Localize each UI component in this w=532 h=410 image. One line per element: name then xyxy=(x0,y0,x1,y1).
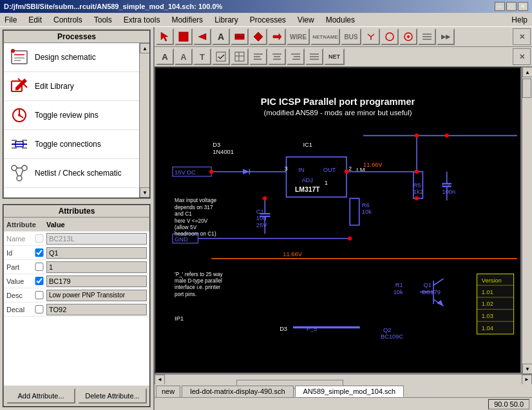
tool-close-toolbar2[interactable]: ✕ xyxy=(513,48,531,65)
tool-align-justify[interactable] xyxy=(305,48,323,65)
add-attribute-button[interactable]: Add Attribute... xyxy=(6,388,75,404)
close-button[interactable]: ✕ xyxy=(518,2,528,11)
tool-junction[interactable] xyxy=(362,28,380,45)
attr-value-part[interactable] xyxy=(46,261,147,273)
right-panel: A WIRE NETNAME BUS xyxy=(155,27,532,410)
d3-bot-label: D3 xyxy=(280,326,287,332)
attr-value-name[interactable] xyxy=(46,233,147,245)
edit-library-label: Edit Library xyxy=(35,82,74,91)
note-port: port pins. xyxy=(175,291,196,297)
attributes-title: Attributes xyxy=(4,205,149,218)
menu-modules[interactable]: Modules xyxy=(324,15,357,25)
tool-select[interactable] xyxy=(156,28,174,45)
scroll-down-btn[interactable]: ▼ xyxy=(140,187,149,198)
attr-value-desc[interactable] xyxy=(46,290,147,301)
ic1-label: IC1 xyxy=(303,142,312,148)
menu-help[interactable]: Help xyxy=(509,15,529,25)
tool-bar[interactable] xyxy=(231,28,249,45)
attr-check-part[interactable] xyxy=(35,263,44,271)
tool-place-a[interactable]: A xyxy=(156,48,174,65)
menu-controls[interactable]: Controls xyxy=(52,15,84,25)
tool-text-a[interactable]: A xyxy=(212,28,230,45)
attr-col-label: Attribute xyxy=(6,221,32,228)
schematic-canvas[interactable]: PIC ICSP Parallel port programmer (modif… xyxy=(155,67,522,374)
tool-arrow[interactable] xyxy=(268,28,286,45)
menu-edit[interactable]: Edit xyxy=(26,15,44,25)
tool-ff[interactable]: ▶▶ xyxy=(437,28,455,45)
delete-attribute-button[interactable]: Delete Attribute... xyxy=(78,388,147,404)
maximize-button[interactable]: □ xyxy=(506,2,517,11)
attr-check-name[interactable] xyxy=(35,234,44,243)
tool-lines[interactable] xyxy=(418,28,436,45)
attr-value-value[interactable] xyxy=(46,275,147,287)
tool-align-center[interactable] xyxy=(268,48,286,65)
lm317-name: LM317T xyxy=(295,186,320,193)
status-bar: 90.0 50.0 xyxy=(155,397,532,410)
tool-box-check[interactable] xyxy=(212,48,230,65)
tool-block[interactable] xyxy=(175,28,193,45)
svg-rect-37 xyxy=(235,52,244,61)
schematic-scroll-left[interactable]: ◄ xyxy=(155,375,165,385)
c1-25v: 25V xyxy=(256,222,267,228)
attr-value-decal[interactable] xyxy=(46,304,147,315)
tool-bus[interactable]: BUS xyxy=(341,28,361,45)
ip1-label: IP1 xyxy=(175,315,184,322)
attr-row-decal: Decal xyxy=(4,303,149,317)
tool-align-right[interactable] xyxy=(287,48,305,65)
attr-check-value[interactable] xyxy=(35,277,44,285)
menu-modifiers[interactable]: Modifiers xyxy=(169,15,205,25)
attr-row-desc: Desc xyxy=(4,288,149,303)
r6-label: R6 xyxy=(362,202,370,209)
tool-netname[interactable]: NETNAME xyxy=(310,28,340,45)
r6-box xyxy=(350,198,359,225)
q1-arrow xyxy=(437,300,443,306)
version-104: 1.04 xyxy=(482,325,493,331)
tool-wire[interactable]: WIRE xyxy=(287,28,310,45)
node-5 xyxy=(415,196,419,200)
tool-text-a2[interactable]: A xyxy=(175,48,193,65)
tool-net-label[interactable]: NET xyxy=(324,48,345,65)
sidebar-item-edit-library[interactable]: Edit Library xyxy=(4,72,149,101)
tool-diamond[interactable] xyxy=(249,28,267,45)
sidebar-item-toggle-connections[interactable]: Toggle connections xyxy=(4,130,149,159)
tool-grid[interactable] xyxy=(231,48,249,65)
tab-new[interactable]: new xyxy=(156,386,180,397)
attr-check-id[interactable] xyxy=(35,248,44,257)
tool-align-left[interactable] xyxy=(249,48,267,65)
toggle-review-pins-label: Toggle review pins xyxy=(35,111,99,120)
tool-circle[interactable] xyxy=(381,28,399,45)
toolbar-row-2: A A T xyxy=(155,47,532,67)
tool-dot-circle[interactable] xyxy=(399,28,417,45)
r1-label: R1 xyxy=(395,282,403,288)
minimize-button[interactable]: ─ xyxy=(495,2,505,11)
scroll-up-btn[interactable]: ▲ xyxy=(140,43,149,53)
scroll-track xyxy=(140,53,149,187)
menu-tools[interactable]: Tools xyxy=(92,15,114,25)
menu-processes[interactable]: Processes xyxy=(248,15,288,25)
sidebar-item-design-schematic[interactable]: Design schematic xyxy=(4,43,149,72)
schematic-vscroll-thumb[interactable] xyxy=(522,79,531,98)
tool-back[interactable] xyxy=(193,28,211,45)
attr-check-decal[interactable] xyxy=(35,305,44,313)
menu-file[interactable]: File xyxy=(3,15,19,25)
processes-scrollbar[interactable]: ▲ ▼ xyxy=(139,43,149,198)
tool-text-t[interactable]: T xyxy=(193,48,211,65)
sidebar-item-netlist-check[interactable]: Netlist / Check schematic xyxy=(4,159,149,188)
svg-point-32 xyxy=(407,35,410,38)
tab-an589[interactable]: AN589_simple_mod_104.sch xyxy=(295,386,404,397)
schematic-scroll-right[interactable]: ► xyxy=(522,375,532,385)
sidebar-item-toggle-review-pins[interactable]: Toggle review pins xyxy=(4,101,149,130)
note-max-voltage: Max input voltage xyxy=(175,197,216,203)
schematic-title: PIC ICSP Parallel port programmer xyxy=(261,97,415,107)
menu-library[interactable]: Library xyxy=(213,15,240,25)
attr-check-desc[interactable] xyxy=(35,291,44,299)
schematic-scroll-up[interactable]: ▲ xyxy=(522,67,532,77)
menu-view[interactable]: View xyxy=(296,15,316,25)
attr-value-id[interactable] xyxy=(46,247,147,259)
menu-extra-tools[interactable]: Extra tools xyxy=(122,15,162,25)
title-bar-buttons: ─ □ ✕ xyxy=(495,2,528,11)
tab-led-display[interactable]: led-dot-matrix-display-490.sch xyxy=(182,386,293,397)
tab-bar: new led-dot-matrix-display-490.sch AN589… xyxy=(155,384,532,397)
tool-close-toolbar[interactable]: ✕ xyxy=(513,28,531,45)
schematic-scroll-down[interactable]: ▼ xyxy=(522,364,532,374)
